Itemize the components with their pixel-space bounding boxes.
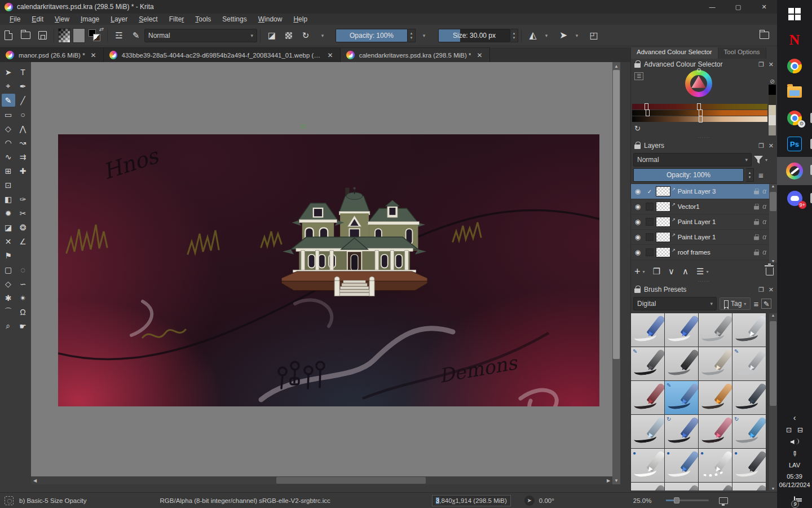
polyline-tool[interactable]: ⋀	[16, 122, 30, 135]
scroll-down-icon[interactable]: ▼	[612, 476, 620, 484]
layer-name[interactable]: Vector1	[678, 203, 751, 210]
add-layer-caret[interactable]: ▾	[643, 269, 645, 274]
layer-thumbnail[interactable]	[656, 217, 670, 227]
canvas-vertical-scrollbar[interactable]: ▲ ▼	[612, 62, 620, 484]
selector-settings-button[interactable]: ☰	[634, 72, 643, 80]
close-button[interactable]: ✕	[751, 0, 777, 14]
taskbar-discord[interactable]: 9+	[777, 185, 812, 211]
color-swatch[interactable]	[769, 115, 776, 125]
taskbar-netflix[interactable]: N	[777, 27, 812, 53]
layer-alpha-icon[interactable]: α	[762, 248, 766, 256]
brush-preset[interactable]	[665, 347, 698, 380]
layer-alpha-icon[interactable]: α	[762, 203, 766, 211]
open-document-button[interactable]	[18, 28, 33, 43]
taskbar-chrome-profile[interactable]: ⚙	[777, 105, 812, 131]
taskbar-file-explorer[interactable]	[777, 79, 812, 105]
gradient-tool[interactable]: ◧	[2, 192, 15, 205]
layer-row[interactable]: ◉ ↗ Paint Layer 1 α	[631, 214, 777, 230]
select-elliptical-tool[interactable]: ◌	[16, 263, 30, 276]
float-docker-icon[interactable]: ❐	[758, 286, 764, 294]
lav-filters-tray-icon[interactable]: LAV	[789, 462, 800, 468]
float-docker-icon[interactable]: ❐	[758, 61, 764, 68]
brush-grid-scrollbar[interactable]: ▲ ▼	[769, 313, 777, 491]
layer-name[interactable]: Paint Layer 1	[678, 218, 751, 225]
layer-visibility-icon[interactable]: ◉	[632, 233, 643, 241]
layers-menu-icon[interactable]: ≡	[758, 170, 764, 180]
zoom-slider[interactable]	[666, 500, 709, 501]
brush-preset[interactable]	[699, 313, 732, 347]
move-layer-down-button[interactable]: ∨	[668, 266, 674, 277]
brush-preset[interactable]: ●	[732, 449, 766, 482]
hue-marker[interactable]	[697, 68, 701, 72]
edit-shapes-tool[interactable]: ⌖	[2, 80, 15, 93]
layer-blending-mode-dropdown[interactable]: Normal ▾	[633, 153, 752, 167]
stylus-settings-icon[interactable]: ✎	[789, 449, 799, 458]
canvas-rotation-icon[interactable]: ➤	[524, 496, 535, 506]
docker-tab-tool-options[interactable]: Tool Options	[718, 47, 766, 59]
mirror-vertical-button[interactable]: ◭	[526, 28, 540, 43]
saturation-value-triangle[interactable]	[691, 76, 707, 91]
color-swatch[interactable]	[769, 125, 776, 135]
layer-checkbox[interactable]	[646, 248, 654, 256]
brush-size-spinner[interactable]: ▴▾	[510, 29, 518, 42]
blending-mode-dropdown[interactable]: Normal ▾	[144, 29, 257, 42]
mirror-horizontal-button[interactable]: ➤	[556, 28, 571, 43]
eraser-mode-button[interactable]: ◪	[264, 28, 279, 43]
measure-tool[interactable]: ∠	[16, 235, 30, 248]
duplicate-layer-button[interactable]: ❐	[653, 266, 660, 277]
brush-preset[interactable]	[631, 313, 664, 347]
brush-preset-icon[interactable]	[5, 496, 14, 505]
menu-image[interactable]: Image	[76, 14, 104, 24]
select-magnetic-tool[interactable]: Ω	[16, 305, 30, 318]
dynamic-brush-tool[interactable]: ∿	[2, 150, 15, 163]
recent-color-swatches[interactable]	[769, 85, 776, 135]
layer-visibility-icon[interactable]: ◉	[632, 218, 643, 226]
layer-checkbox[interactable]: ✓	[646, 187, 654, 195]
color-swatch[interactable]	[769, 85, 776, 95]
shade-strip-2[interactable]	[632, 110, 767, 116]
opacity-dropdown-caret[interactable]: ▾	[417, 28, 431, 43]
foreground-background-colors[interactable]: ⇄	[89, 28, 102, 43]
crop-tool[interactable]: ⊡	[2, 178, 15, 191]
menu-tools[interactable]: Tools	[190, 14, 216, 24]
smart-patch-tool[interactable]: ✂	[16, 207, 30, 220]
brush-preset[interactable]	[732, 483, 766, 491]
brush-tag-filter-dropdown[interactable]: Digital ▾	[633, 297, 717, 310]
presets-menu-icon[interactable]: ≡	[753, 299, 758, 309]
select-bezier-tool[interactable]: ⌒	[2, 305, 15, 318]
scroll-left-icon[interactable]: ◀	[31, 476, 39, 484]
select-similar-color-tool[interactable]: ✱	[2, 291, 15, 304]
brush-preset[interactable]: ●	[665, 449, 698, 482]
layer-lock-icon[interactable]	[754, 221, 759, 225]
hue-ring[interactable]	[685, 70, 712, 97]
layer-lock-icon[interactable]	[754, 252, 759, 255]
layer-checkbox[interactable]	[646, 233, 654, 241]
layer-thumbnail[interactable]	[656, 186, 670, 196]
text-tool[interactable]: T	[16, 65, 30, 78]
menu-help[interactable]: Help	[288, 14, 312, 24]
layer-lock-icon[interactable]	[754, 206, 759, 209]
pattern-chooser[interactable]	[73, 28, 85, 43]
network-display-icon[interactable]: ⊟	[797, 426, 803, 434]
reference-images-tool[interactable]: ⚑	[2, 249, 15, 262]
layer-row[interactable]: ◉ ↗ Paint Layer 1 α	[631, 230, 777, 245]
mirror-vertical-caret[interactable]: ▾	[539, 28, 554, 43]
start-button[interactable]	[777, 1, 812, 27]
properties-caret[interactable]: ▾	[706, 269, 708, 274]
reload-dropdown-caret[interactable]: ▾	[315, 28, 330, 43]
image-dimensions-field[interactable]: 3,840 x 1,914 (298.5 MiB)	[432, 495, 511, 506]
layer-row[interactable]: ◉ ↗ roof frames α	[631, 245, 777, 260]
layer-lock-icon[interactable]	[754, 191, 759, 194]
brush-preset[interactable]	[699, 415, 732, 448]
minimize-button[interactable]: —	[699, 0, 725, 14]
scroll-up-icon[interactable]: ▲	[612, 62, 620, 70]
layer-thumbnail[interactable]	[656, 232, 670, 242]
line-tool[interactable]: ╱	[16, 94, 30, 107]
layer-opacity-spinner[interactable]: ▴▾	[746, 168, 754, 182]
polygon-tool[interactable]: ◇	[2, 122, 15, 135]
pan-tool[interactable]: ☛	[16, 319, 30, 332]
freehand-path-tool[interactable]: ↝	[16, 136, 30, 149]
canvas-horizontal-scrollbar[interactable]: ◀ ▶	[31, 476, 612, 484]
transform-tool[interactable]: ⊞	[2, 164, 15, 177]
taskbar-chrome[interactable]	[777, 53, 812, 79]
